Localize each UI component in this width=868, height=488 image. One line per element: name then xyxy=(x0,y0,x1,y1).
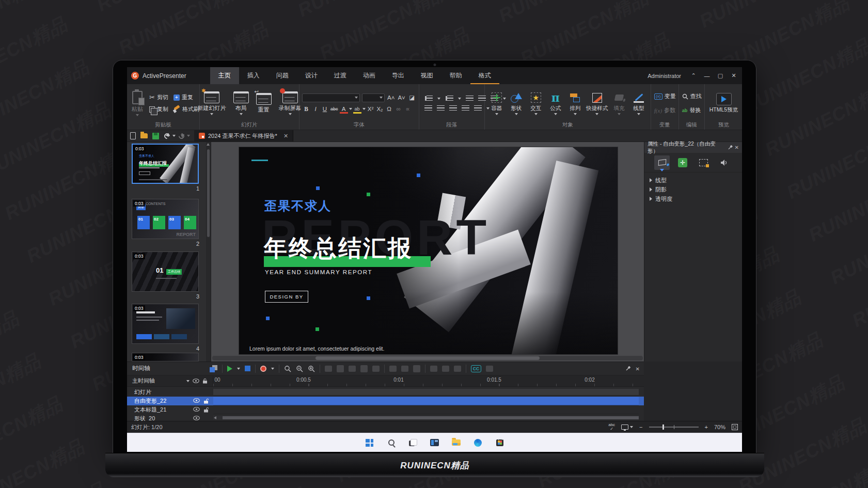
bullet-list-icon[interactable] xyxy=(427,96,433,101)
align-center-icon[interactable] xyxy=(437,105,445,111)
play-caret-icon[interactable] xyxy=(237,368,240,370)
lock-open-icon[interactable] xyxy=(203,407,209,413)
tab-questions[interactable]: 问题 xyxy=(268,67,297,84)
timeline-tool-icon[interactable] xyxy=(349,366,356,372)
align-justify-icon[interactable] xyxy=(462,105,469,111)
parameter-button[interactable]: f(x)参数 xyxy=(654,105,675,116)
increase-font-button[interactable]: A˄ xyxy=(387,93,395,102)
canvas-horizontal-scrollbar[interactable] xyxy=(212,356,643,360)
redo-caret-icon[interactable] xyxy=(187,135,190,137)
superscript-button[interactable]: X² xyxy=(367,105,375,114)
spellcheck-icon[interactable]: abc✓ xyxy=(608,423,615,431)
zoom-in-icon[interactable] xyxy=(308,365,315,372)
eye-icon[interactable] xyxy=(193,379,199,383)
lock-open-icon[interactable] xyxy=(203,398,209,404)
decrease-indent-icon[interactable] xyxy=(466,96,474,101)
layout-button[interactable]: 布局 xyxy=(231,86,251,120)
slide-thumbnail-5[interactable]: 0:03 xyxy=(132,353,199,361)
tab-fill-line[interactable] xyxy=(654,155,670,170)
tab-audio[interactable] xyxy=(717,155,732,170)
lock-icon[interactable] xyxy=(202,378,208,384)
minimize-button[interactable]: — xyxy=(701,67,713,84)
timeline-tool-icon[interactable] xyxy=(454,366,461,372)
maximize-button[interactable]: ▢ xyxy=(714,67,727,84)
file-explorer-button[interactable] xyxy=(450,436,463,449)
timeline-tool-icon[interactable] xyxy=(486,366,493,372)
timeline-tool-icon[interactable] xyxy=(389,366,397,372)
slide-subtitle-text[interactable]: YEAR END SUMMARY REPORT xyxy=(265,269,372,275)
task-view-button[interactable] xyxy=(406,436,420,449)
find-button[interactable]: 查找 xyxy=(682,91,702,102)
highlight-color-button[interactable]: ab xyxy=(353,105,361,114)
undo-button[interactable] xyxy=(161,130,172,141)
align-right-icon[interactable] xyxy=(449,105,457,111)
shape-button[interactable]: 形状 xyxy=(507,91,526,115)
new-slide-button[interactable]: 新建幻灯片 xyxy=(196,86,228,120)
tab-size-properties[interactable]: ✛ xyxy=(675,155,690,170)
closed-caption-button[interactable]: CC xyxy=(471,365,481,372)
edge-button[interactable] xyxy=(471,436,485,449)
line-style-button[interactable]: 线型 xyxy=(629,91,648,115)
slide-thumbnail-4[interactable]: 0:03 xyxy=(132,304,199,344)
unlink-button[interactable]: ∝ xyxy=(404,105,412,114)
equation-button[interactable]: π 公式 xyxy=(546,91,565,115)
tab-export[interactable]: 导出 xyxy=(384,67,413,84)
bold-button[interactable]: B xyxy=(302,105,310,114)
font-color-caret-icon[interactable] xyxy=(349,108,352,110)
variable-button[interactable]: (x)变量 xyxy=(654,91,676,102)
slide-title-text[interactable]: 年终总结汇报 xyxy=(264,233,413,264)
taskbar-app-button[interactable] xyxy=(428,436,441,449)
paste-button[interactable]: 粘贴 xyxy=(130,86,145,120)
replace-button[interactable]: ab替换 xyxy=(682,105,701,116)
tab-animations[interactable]: 动画 xyxy=(355,67,384,84)
quick-style-button[interactable]: 快捷样式 xyxy=(586,91,609,115)
slide-thumbnail-2[interactable]: 0:03 CONTENTS 目录 01 02 03 04 REPORT xyxy=(132,199,199,239)
taskbar-search-button[interactable] xyxy=(385,436,398,449)
scroll-up-icon[interactable] xyxy=(207,143,210,146)
cut-button[interactable]: ✂剪切 xyxy=(149,92,168,103)
track-text-title-21[interactable]: 文本标题_21 xyxy=(127,405,644,414)
track-freeform-22[interactable]: 自由变形_22 xyxy=(127,397,644,405)
tab-help[interactable]: 帮助 xyxy=(441,67,470,84)
properties-close-icon[interactable]: ✕ xyxy=(735,145,739,150)
close-button[interactable]: ✕ xyxy=(728,67,740,84)
vertical-align-icon[interactable] xyxy=(474,105,482,111)
timeline-close-icon[interactable]: ✕ xyxy=(636,366,640,372)
duplicate-button[interactable]: +重复 xyxy=(173,92,193,103)
stop-button[interactable] xyxy=(245,366,250,371)
tab-transitions[interactable]: 过渡 xyxy=(326,67,355,84)
numbered-list-icon[interactable] xyxy=(447,96,453,101)
tab-size-position[interactable] xyxy=(696,155,712,170)
timeline-tool-icon[interactable] xyxy=(325,366,332,372)
subscript-button[interactable]: X₂ xyxy=(376,105,384,114)
eye-icon[interactable] xyxy=(193,416,200,420)
monitor-caret-icon[interactable] xyxy=(630,426,633,428)
strikethrough-button[interactable]: abc xyxy=(330,105,339,114)
slide-thumbnail-3[interactable]: 0:03 01 工作总结 xyxy=(132,251,199,292)
eye-icon[interactable] xyxy=(193,398,200,403)
ruler-scale[interactable]: 00 0:00.5 0:01 0:01.5 0:02 xyxy=(213,375,639,386)
zoom-out-icon[interactable] xyxy=(296,365,303,372)
fill-button[interactable]: 填充 xyxy=(610,91,628,115)
master-caret-icon[interactable] xyxy=(186,380,190,382)
zoom-slider[interactable] xyxy=(649,427,699,428)
document-tab[interactable]: 2024 歪果不求仁 年终报告* ✕ xyxy=(194,130,293,141)
timeline-tool-icon[interactable] xyxy=(413,365,420,372)
layers-icon[interactable] xyxy=(210,365,217,372)
tab-format[interactable]: 格式 xyxy=(470,67,499,84)
open-button[interactable] xyxy=(138,130,150,141)
tab-home[interactable]: 主页 xyxy=(210,67,239,84)
timeline-tool-icon[interactable] xyxy=(337,365,344,372)
timeline-tool-icon[interactable] xyxy=(430,366,437,372)
eye-icon[interactable] xyxy=(193,407,200,412)
document-close-icon[interactable]: ✕ xyxy=(283,133,288,139)
slide-editor[interactable]: REPORT 歪果不求人 年终总结汇报 xyxy=(239,147,618,354)
reset-button[interactable]: 重置 xyxy=(254,86,274,120)
font-color-button[interactable]: A xyxy=(340,105,348,114)
tab-insert[interactable]: 插入 xyxy=(239,67,268,84)
zoom-slider-thumb[interactable] xyxy=(662,424,664,430)
timeline-tool-icon[interactable] xyxy=(372,366,380,372)
timeline-horizontal-scrollbar[interactable] xyxy=(213,416,639,420)
save-button[interactable] xyxy=(150,130,161,141)
clear-format-button[interactable]: ◪ xyxy=(408,93,416,102)
